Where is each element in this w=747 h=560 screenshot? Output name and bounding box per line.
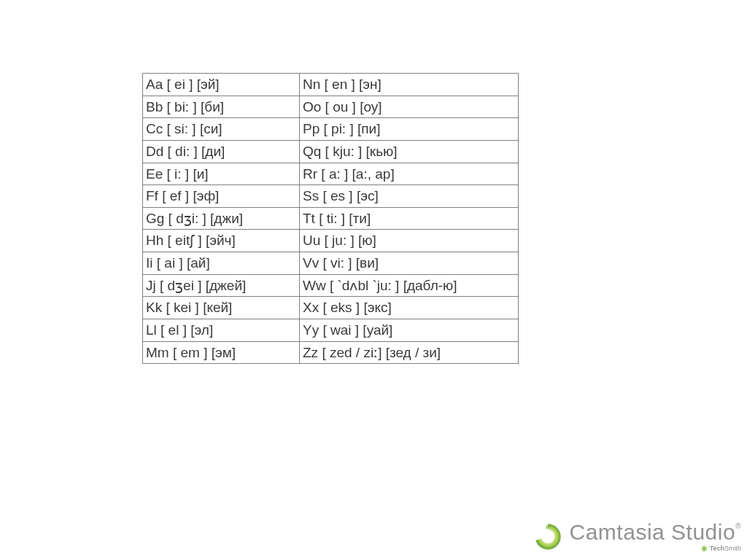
- watermark-title: Camtasia Studio®: [570, 521, 741, 543]
- table-row: Bb [ bi: ] [би]Oo [ ou ] [оу]: [143, 96, 519, 118]
- table-row: Cc [ si: ] [си]Pp [ pi: ] [пи]: [143, 118, 519, 141]
- alphabet-cell-left: Ff [ ef ] [эф]: [143, 185, 300, 208]
- alphabet-cell-left: Ii [ ai ] [ай]: [143, 252, 300, 275]
- alphabet-cell-left: Gg [ dʒi: ] [джи]: [143, 207, 300, 230]
- table-row: Aa [ ei ] [эй]Nn [ en ] [эн]: [143, 74, 519, 96]
- alphabet-cell-left: Ll [ el ] [эл]: [143, 319, 300, 342]
- table-row: Ll [ el ] [эл]Yy [ wai ] [уай]: [143, 319, 519, 342]
- alphabet-cell-right: Tt [ ti: ] [ти]: [300, 207, 519, 230]
- alphabet-cell-right: Qq [ kju: ] [кью]: [300, 140, 519, 163]
- alphabet-table: Aa [ ei ] [эй]Nn [ en ] [эн]Bb [ bi: ] […: [142, 73, 519, 364]
- alphabet-table-container: Aa [ ei ] [эй]Nn [ en ] [эн]Bb [ bi: ] […: [142, 73, 519, 364]
- registered-mark: ®: [735, 522, 741, 530]
- alphabet-cell-right: Vv [ vi: ] [ви]: [300, 252, 519, 275]
- watermark-subtitle: ◉ TechSmith: [701, 545, 741, 552]
- alphabet-cell-left: Bb [ bi: ] [би]: [143, 96, 300, 118]
- alphabet-cell-right: Yy [ wai ] [уай]: [300, 319, 519, 342]
- alphabet-cell-left: Cc [ si: ] [си]: [143, 118, 300, 141]
- alphabet-cell-right: Ss [ es ] [эс]: [300, 185, 519, 208]
- alphabet-cell-left: Ee [ i: ] [и]: [143, 163, 300, 185]
- alphabet-cell-left: Dd [ di: ] [ди]: [143, 140, 300, 163]
- table-row: Ii [ ai ] [ай]Vv [ vi: ] [ви]: [143, 252, 519, 275]
- alphabet-cell-right: Pp [ pi: ] [пи]: [300, 118, 519, 141]
- table-row: Dd [ di: ] [ди]Qq [ kju: ] [кью]: [143, 140, 519, 163]
- alphabet-cell-left: Kk [ kei ] [кей]: [143, 297, 300, 319]
- alphabet-cell-left: Hh [ eitʃ ] [эйч]: [143, 230, 300, 252]
- alphabet-cell-right: Uu [ ju: ] [ю]: [300, 230, 519, 252]
- brand-part1: Tech: [710, 545, 724, 552]
- alphabet-cell-right: Xx [ eks ] [экс]: [300, 297, 519, 319]
- alphabet-cell-left: Aa [ ei ] [эй]: [143, 74, 300, 96]
- table-row: Jj [ dʒei ] [джей]Ww [ `dʌbl `ju: ] [даб…: [143, 274, 519, 297]
- table-row: Mm [ em ] [эм]Zz [ zed / ziː] [зед / зи]: [143, 341, 519, 364]
- camtasia-logo-icon: [532, 521, 564, 553]
- dot-icon: ◉: [701, 544, 708, 552]
- brand-part2: Smith: [724, 545, 741, 552]
- alphabet-cell-left: Mm [ em ] [эм]: [143, 341, 300, 364]
- camtasia-watermark: Camtasia Studio® ◉ TechSmith: [532, 521, 741, 553]
- alphabet-cell-left: Jj [ dʒei ] [джей]: [143, 274, 300, 297]
- alphabet-cell-right: Zz [ zed / ziː] [зед / зи]: [300, 341, 519, 364]
- alphabet-cell-right: Nn [ en ] [эн]: [300, 74, 519, 96]
- table-row: Ff [ ef ] [эф]Ss [ es ] [эс]: [143, 185, 519, 208]
- alphabet-cell-right: Rr [ a: ] [а:, ар]: [300, 163, 519, 185]
- table-row: Gg [ dʒi: ] [джи]Tt [ ti: ] [ти]: [143, 207, 519, 230]
- alphabet-cell-right: Ww [ `dʌbl `ju: ] [дабл-ю]: [300, 274, 519, 297]
- table-row: Hh [ eitʃ ] [эйч]Uu [ ju: ] [ю]: [143, 230, 519, 252]
- watermark-text: Camtasia Studio® ◉ TechSmith: [570, 521, 741, 552]
- table-row: Kk [ kei ] [кей]Xx [ eks ] [экс]: [143, 297, 519, 319]
- table-row: Ee [ i: ] [и]Rr [ a: ] [а:, ар]: [143, 163, 519, 185]
- alphabet-cell-right: Oo [ ou ] [оу]: [300, 96, 519, 118]
- watermark-title-text: Camtasia Studio: [570, 520, 736, 544]
